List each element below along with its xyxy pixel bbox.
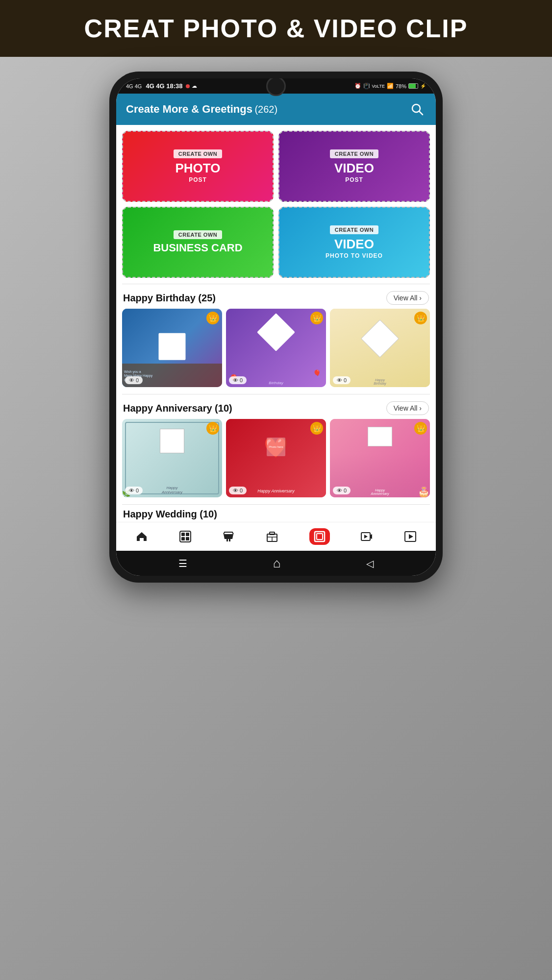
scroll-content: CREATE OWN PHOTO POST CREATE OWN VIDEO P… xyxy=(116,125,436,551)
birthday-title: Happy Birthday (25) xyxy=(123,293,216,304)
create-video-post-card[interactable]: CREATE OWN VIDEO POST xyxy=(278,131,430,202)
banner-text: CREAT PHOTO & VIDEO CLIP xyxy=(84,14,468,43)
battery-text: 78% xyxy=(396,83,406,89)
svg-rect-4 xyxy=(186,533,189,536)
card-title-1: PHOTO xyxy=(176,161,221,175)
eye-icon-a1: 👁 xyxy=(129,488,134,493)
nav-video1[interactable] xyxy=(360,530,373,543)
status-left: 4G 4G 4G 4G 18:38 ☁ xyxy=(126,82,197,90)
search-button[interactable] xyxy=(408,100,426,118)
bottom-nav xyxy=(116,522,436,551)
top-banner: CREAT PHOTO & VIDEO CLIP xyxy=(0,0,552,57)
system-back-button[interactable]: ◁ xyxy=(366,558,374,569)
anniversary-card-3[interactable]: HappyAnniversary 🎂 👑 👁 0 xyxy=(330,419,430,497)
time: 4G 4G 18:38 xyxy=(146,82,182,90)
birthday-card-3[interactable]: HappyBirthday 👑 👁 0 xyxy=(330,309,430,387)
svg-rect-14 xyxy=(317,534,323,539)
card-title-3: BUSINESS CARD xyxy=(153,242,242,254)
anniversary-card-1-views: 👁 0 xyxy=(125,487,143,494)
anniversary-section-header: Happy Anniversary (10) View All › xyxy=(116,394,436,419)
svg-marker-16 xyxy=(364,535,368,539)
app-header: Create More & Greetings (262) xyxy=(116,94,436,125)
eye-icon-3: 👁 xyxy=(337,377,342,383)
view-count-a3: 0 xyxy=(344,488,347,493)
card-sub-4: PHOTO TO VIDEO xyxy=(326,252,383,259)
anniversary-title: Happy Anniversary (10) xyxy=(123,403,232,414)
anniversary-card-3-crown: 👑 xyxy=(414,422,427,435)
anniversary-card-2-views: 👁 0 xyxy=(229,487,247,494)
nav-gallery[interactable] xyxy=(179,530,192,543)
view-count-3: 0 xyxy=(344,377,347,383)
anniversary-card-1[interactable]: HappyAnniversary 🌿 👑 👁 0 xyxy=(122,419,222,497)
create-own-badge-3: CREATE OWN xyxy=(174,230,222,239)
eye-icon-2: 👁 xyxy=(233,377,238,383)
birthday-template-row: Wish you aMany Many HappyOf the day 👑 👁 … xyxy=(116,309,436,394)
front-camera xyxy=(266,78,286,96)
anniversary-card-2[interactable]: ❤️ Photo here Happy Anniversary 👑 👁 0 xyxy=(226,419,326,497)
create-own-badge-2: CREATE OWN xyxy=(330,149,378,158)
birthday-card-3-crown: 👑 xyxy=(414,312,427,324)
create-business-card[interactable]: CREATE OWN BUSINESS CARD xyxy=(122,207,274,278)
nav-video2[interactable] xyxy=(404,530,417,543)
phone-screen: 4G 4G 4G 4G 18:38 ☁ ⏰ 📳 VoLTE 📶 78% ⚡ Cr… xyxy=(116,78,436,576)
status-bar: 4G 4G 4G 4G 18:38 ☁ ⏰ 📳 VoLTE 📶 78% ⚡ xyxy=(116,78,436,94)
eye-icon-a3: 👁 xyxy=(337,488,342,493)
card-title-2: VIDEO xyxy=(334,161,374,175)
card-title-4: VIDEO xyxy=(334,237,374,251)
anniversary-card-3-views: 👁 0 xyxy=(333,487,351,494)
svg-rect-6 xyxy=(186,537,189,540)
alarm-icon: ⏰ xyxy=(354,83,361,89)
birthday-card-2-views: 👁 0 xyxy=(229,376,247,384)
system-nav: ☰ ⌂ ◁ xyxy=(116,551,436,576)
create-own-badge-4: CREATE OWN xyxy=(330,225,378,234)
birthday-card-3-views: 👁 0 xyxy=(333,376,351,384)
nav-store[interactable] xyxy=(222,530,235,543)
birthday-card-2[interactable]: 🎈 🎈 Birthday 👑 👁 0 xyxy=(226,309,326,387)
create-cards-grid: CREATE OWN PHOTO POST CREATE OWN VIDEO P… xyxy=(116,125,436,284)
birthday-card-1[interactable]: Wish you aMany Many HappyOf the day 👑 👁 … xyxy=(122,309,222,387)
create-photo-to-video-card[interactable]: CREATE OWN VIDEO PHOTO TO VIDEO xyxy=(278,207,430,278)
view-count-1: 0 xyxy=(136,377,139,383)
system-home-button[interactable]: ⌂ xyxy=(273,556,281,571)
battery-icon xyxy=(408,83,418,89)
svg-line-1 xyxy=(419,111,423,115)
vibrate-icon: 📳 xyxy=(363,83,370,89)
eye-icon-a2: 👁 xyxy=(233,488,238,493)
svg-rect-3 xyxy=(181,533,185,536)
svg-rect-5 xyxy=(181,537,185,540)
card-sub-1: POST xyxy=(189,176,207,183)
anniversary-view-all-button[interactable]: View All › xyxy=(386,401,429,415)
birthday-card-1-crown: 👑 xyxy=(206,312,219,324)
wifi-icon: 📶 xyxy=(387,83,394,89)
phone-frame: 4G 4G 4G 4G 18:38 ☁ ⏰ 📳 VoLTE 📶 78% ⚡ Cr… xyxy=(109,72,443,583)
anniversary-template-row: HappyAnniversary 🌿 👑 👁 0 ❤️ xyxy=(116,419,436,504)
volte-icon: VoLTE xyxy=(372,84,385,89)
view-count-a1: 0 xyxy=(136,488,139,493)
view-count-a2: 0 xyxy=(240,488,243,493)
header-count: (262) xyxy=(254,104,277,115)
header-title-area: Create More & Greetings (262) xyxy=(126,103,277,116)
create-own-badge-1: CREATE OWN xyxy=(174,149,222,158)
birthday-card-1-views: 👁 0 xyxy=(125,376,143,384)
eye-icon-1: 👁 xyxy=(129,377,134,383)
system-menu-button[interactable]: ☰ xyxy=(178,558,187,569)
svg-rect-7 xyxy=(226,539,228,541)
birthday-view-all-button[interactable]: View All › xyxy=(386,291,429,305)
birthday-section-header: Happy Birthday (25) View All › xyxy=(116,284,436,309)
status-right: ⏰ 📳 VoLTE 📶 78% ⚡ xyxy=(354,83,426,89)
create-photo-post-card[interactable]: CREATE OWN PHOTO POST xyxy=(122,131,274,202)
nav-business[interactable] xyxy=(266,530,278,543)
nav-frames[interactable] xyxy=(309,528,330,545)
nav-home[interactable] xyxy=(135,530,148,543)
wedding-title-partial: Happy Wedding (10) xyxy=(123,509,217,519)
bolt-icon: ⚡ xyxy=(420,83,426,89)
wedding-section-partial: Happy Wedding (10) xyxy=(116,505,436,522)
signal-icons: 4G 4G xyxy=(126,83,142,89)
svg-rect-10 xyxy=(270,532,275,535)
svg-marker-18 xyxy=(409,534,413,539)
anniversary-card-2-crown: 👑 xyxy=(310,422,323,435)
anniversary-card-1-crown: 👑 xyxy=(206,422,219,435)
card-sub-2: POST xyxy=(345,176,363,183)
svg-rect-8 xyxy=(229,539,230,541)
birthday-card-2-crown: 👑 xyxy=(310,312,323,324)
